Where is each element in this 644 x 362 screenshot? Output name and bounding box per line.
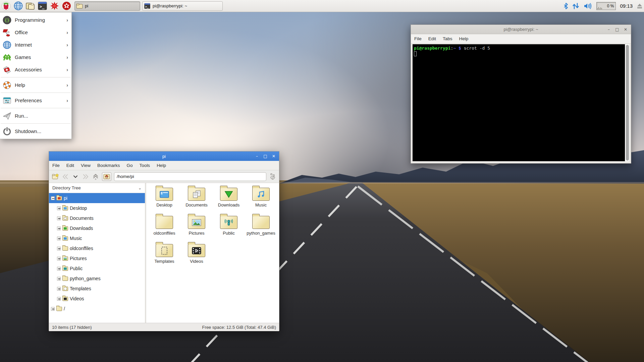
back-icon[interactable] xyxy=(62,173,69,180)
menu-file[interactable]: File xyxy=(49,161,63,170)
folder-item-templates[interactable]: Templates xyxy=(148,242,180,270)
menu-help[interactable]: Help xyxy=(153,161,169,170)
path-input[interactable] xyxy=(114,172,266,181)
expand-expander-icon[interactable] xyxy=(57,267,61,270)
taskbar-task-file-manager[interactable]: pi xyxy=(74,1,140,11)
folder-item-downloads[interactable]: Downloads xyxy=(213,186,245,214)
tree-row-public[interactable]: Public xyxy=(49,263,145,274)
expand-expander-icon[interactable] xyxy=(57,247,61,250)
tree-row-pictures[interactable]: Pictures xyxy=(49,253,145,263)
web-browser-icon[interactable] xyxy=(12,1,24,11)
menu-item-games[interactable]: Games › xyxy=(0,51,71,63)
folder-item-pictures[interactable]: Pictures xyxy=(180,214,213,242)
tree-row-label: python_games xyxy=(70,276,101,281)
folder-item-python-games[interactable]: python_games xyxy=(245,214,277,242)
forward-icon[interactable] xyxy=(82,173,89,180)
tree-row-label: Documents xyxy=(70,216,94,221)
menu-item-help[interactable]: Help › xyxy=(0,79,71,91)
minimize-button[interactable]: – xyxy=(254,154,260,159)
menu-tools[interactable]: Tools xyxy=(136,161,154,170)
menu-view[interactable]: View xyxy=(77,161,94,170)
folder-item-documents[interactable]: Documents xyxy=(180,186,213,214)
folder-item-videos[interactable]: Videos xyxy=(180,242,213,270)
expand-expander-icon[interactable] xyxy=(57,217,61,220)
menu-edit[interactable]: Edit xyxy=(63,161,77,170)
tree-row-root[interactable]: / xyxy=(49,304,145,314)
raspberry-menu-icon[interactable] xyxy=(0,1,12,11)
tree-row-label: oldconffiles xyxy=(70,246,93,251)
collapse-expander-icon[interactable] xyxy=(51,196,55,200)
mathematica-icon[interactable] xyxy=(48,1,60,11)
menu-help[interactable]: Help xyxy=(456,34,472,43)
wolfram-icon[interactable] xyxy=(60,1,72,11)
taskbar-task-terminal[interactable]: >_ pi@raspberrypi: ~ xyxy=(142,1,223,11)
tree-row-music[interactable]: Music xyxy=(49,233,145,243)
expand-expander-icon[interactable] xyxy=(51,307,55,311)
menu-separator xyxy=(1,108,71,108)
menu-item-label: Shutdown... xyxy=(15,128,69,134)
expand-expander-icon[interactable] xyxy=(57,227,61,230)
jump-to-icon[interactable] xyxy=(269,173,276,180)
terminal-content[interactable]: pi@raspberrypi:~ $ scrot -d 5 xyxy=(413,44,629,161)
tree-row-videos[interactable]: Videos xyxy=(49,294,145,304)
menu-tabs[interactable]: Tabs xyxy=(439,34,456,43)
eject-icon[interactable] xyxy=(637,3,643,9)
close-button[interactable]: ✕ xyxy=(271,154,276,159)
office-icon xyxy=(3,28,11,37)
folder-view-pane[interactable]: Desktop Documents Downloads Music oldcon… xyxy=(146,183,279,323)
chevron-down-icon[interactable]: ⌄ xyxy=(138,186,142,190)
expand-expander-icon[interactable] xyxy=(57,297,61,301)
history-dropdown-icon[interactable] xyxy=(72,173,79,180)
downloads-folder-icon xyxy=(220,188,237,201)
expand-expander-icon[interactable] xyxy=(57,287,61,291)
expand-expander-icon[interactable] xyxy=(57,257,61,260)
network-arrows-icon[interactable] xyxy=(572,3,580,9)
tree-row-pi[interactable]: pi xyxy=(49,193,145,203)
terminal-icon[interactable]: >_ xyxy=(36,1,48,11)
expand-expander-icon[interactable] xyxy=(57,237,61,240)
tree-row-templates[interactable]: Templates xyxy=(49,284,145,294)
up-icon[interactable] xyxy=(92,173,99,180)
close-button[interactable]: ✕ xyxy=(623,27,628,32)
terminal-titlebar[interactable]: pi@raspberrypi: ~ – □ ✕ xyxy=(411,25,631,34)
menu-file[interactable]: File xyxy=(411,34,425,43)
menu-item-shutdown[interactable]: Shutdown... xyxy=(0,125,71,137)
menu-bookmarks[interactable]: Bookmarks xyxy=(94,161,123,170)
menu-item-programming[interactable]: {} Programming › xyxy=(0,14,71,26)
menu-edit[interactable]: Edit xyxy=(425,34,439,43)
tree-row-documents[interactable]: Documents xyxy=(49,213,145,223)
menu-item-preferences[interactable]: Preferences › xyxy=(0,94,71,107)
folder-item-music[interactable]: Music xyxy=(245,186,277,214)
cpu-monitor[interactable]: 0 % xyxy=(596,2,616,10)
file-manager-icon[interactable] xyxy=(24,1,36,11)
maximize-button[interactable]: □ xyxy=(614,27,620,32)
folder-item-oldconffiles[interactable]: oldconffiles xyxy=(148,214,180,242)
terminal-scrollbar[interactable] xyxy=(625,44,629,161)
tree-row-downloads[interactable]: Downloads xyxy=(49,223,145,233)
pictures-folder-icon xyxy=(188,216,205,229)
menu-item-internet[interactable]: Internet › xyxy=(0,39,71,51)
folder-item-public[interactable]: Public xyxy=(213,214,245,242)
minimize-button[interactable]: – xyxy=(606,27,611,32)
menu-go[interactable]: Go xyxy=(123,161,136,170)
new-tab-icon[interactable] xyxy=(52,173,59,180)
scrollbar-thumb[interactable] xyxy=(626,45,629,161)
folder-item-desktop[interactable]: Desktop xyxy=(148,186,180,214)
bluetooth-icon[interactable] xyxy=(564,3,568,9)
folder-icon xyxy=(62,206,68,210)
tree-row-oldconffiles[interactable]: oldconffiles xyxy=(49,243,145,253)
menu-item-office[interactable]: Office › xyxy=(0,26,71,39)
expand-expander-icon[interactable] xyxy=(57,206,61,210)
expand-expander-icon[interactable] xyxy=(57,277,61,281)
home-button[interactable] xyxy=(102,172,111,181)
volume-icon[interactable] xyxy=(584,3,592,9)
menu-item-run[interactable]: Run... xyxy=(0,110,71,122)
taskbar: >_ pi >_ pi@raspberrypi: ~ 0 % 09:13 xyxy=(0,0,644,12)
maximize-button[interactable]: □ xyxy=(263,154,268,159)
tree-pane-header[interactable]: Directory Tree ⌄ xyxy=(49,183,145,193)
tree-row-desktop[interactable]: Desktop xyxy=(49,203,145,213)
tree-row-python-games[interactable]: python_games xyxy=(49,274,145,284)
menu-item-accessories[interactable]: Accessories › xyxy=(0,63,71,76)
file-manager-titlebar[interactable]: pi – □ ✕ xyxy=(49,152,279,161)
clock[interactable]: 09:13 xyxy=(620,3,633,9)
